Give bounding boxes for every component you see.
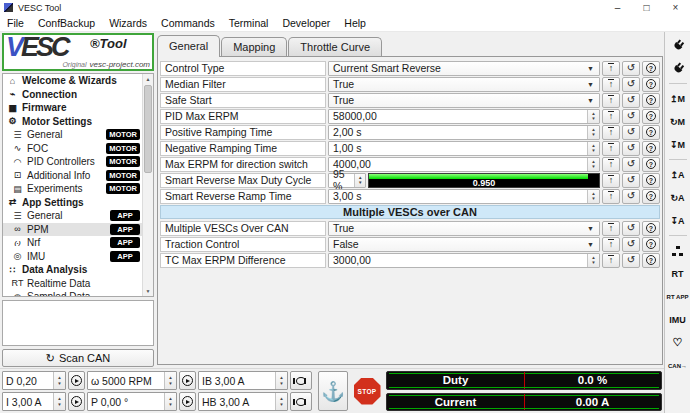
sidebar-item-ppm[interactable]: ∞PPMAPP: [3, 223, 153, 237]
restore-default-button[interactable]: ↺: [622, 221, 640, 236]
sidebar-item-experiments[interactable]: ▤ExperimentsMOTOR: [3, 182, 153, 196]
help-button[interactable]: ?: [642, 221, 660, 236]
write-value-button[interactable]: ↑: [602, 125, 620, 140]
sidebar-item-foc[interactable]: ∿FOCMOTOR: [3, 142, 153, 156]
spin-arrows[interactable]: ▲▼: [587, 190, 599, 203]
spin-down-icon[interactable]: ▼: [591, 148, 595, 154]
menu-file[interactable]: File: [0, 15, 31, 32]
help-button[interactable]: ?: [642, 157, 660, 172]
restore-default-button[interactable]: ↺: [622, 109, 640, 124]
tab-general[interactable]: General: [157, 35, 220, 57]
restore-default-button[interactable]: ↺: [622, 253, 640, 268]
sidebar-item-connection[interactable]: ⌁Connection: [3, 88, 153, 102]
help-button[interactable]: ?: [642, 61, 660, 76]
speed-spinbox[interactable]: ω 5000 RPM▲▼: [87, 371, 177, 390]
spin-down-icon[interactable]: ▼: [279, 381, 283, 387]
sidebar-item-sampled-data[interactable]: ◉Sampled Data: [3, 290, 153, 297]
sidebar-item-imu[interactable]: ◎IMUAPP: [3, 250, 153, 264]
write-value-button[interactable]: ↑: [602, 157, 620, 172]
help-button[interactable]: ?: [642, 189, 660, 204]
spin-down-icon[interactable]: ▼: [591, 132, 595, 138]
menu-help[interactable]: Help: [337, 15, 373, 32]
can-device-list[interactable]: [2, 300, 154, 346]
scroll-down-icon[interactable]: ▼: [143, 286, 153, 296]
help-button[interactable]: ?: [642, 141, 660, 156]
spin-arrows[interactable]: ▲▼: [275, 372, 287, 389]
sidebar-item-welcome-wizards[interactable]: ⌂Welcome & Wizards: [3, 74, 153, 88]
write-app-config-button[interactable]: ↥A: [667, 164, 689, 185]
app-realtime-data-button[interactable]: RT APP: [667, 286, 689, 307]
write-value-button[interactable]: ↑: [602, 221, 620, 236]
spin-arrows[interactable]: ▲▼: [587, 126, 599, 139]
sidebar-item-additional-info[interactable]: ⊡Additional InfoMOTOR: [3, 169, 153, 183]
median-filter-combobox[interactable]: True▼: [328, 77, 600, 92]
read-app-config-button[interactable]: ↧A: [667, 210, 689, 231]
sidebar-item-app-settings[interactable]: ⇄App Settings: [3, 196, 153, 210]
spin-arrows[interactable]: ▲▼: [587, 254, 599, 267]
negative-ramping-time-spinbox[interactable]: 1,00 s▲▼: [328, 141, 600, 156]
spin-arrows[interactable]: ▲▼: [164, 372, 176, 389]
restore-default-button[interactable]: ↺: [622, 125, 640, 140]
tab-throttle-curve[interactable]: Throttle Curve: [288, 37, 382, 57]
tab-mapping[interactable]: Mapping: [221, 37, 287, 57]
scrollbar-thumb[interactable]: [144, 85, 152, 173]
smart-reverse-ramp-time-spinbox[interactable]: 3,00 s▲▼: [328, 189, 600, 204]
spin-down-icon[interactable]: ▼: [279, 402, 283, 408]
can-devices-button[interactable]: [667, 240, 689, 261]
restore-default-button[interactable]: ↺: [622, 237, 640, 252]
write-value-button[interactable]: ↑: [602, 189, 620, 204]
spin-down-icon[interactable]: ▼: [168, 402, 172, 408]
max-erpm-for-direction-switch-spinbox[interactable]: 4000,00▲▼: [328, 157, 600, 172]
help-button[interactable]: ?: [642, 237, 660, 252]
sidebar-scrollbar[interactable]: ▲ ▼: [142, 74, 153, 296]
minimize-button[interactable]: –: [603, 0, 632, 15]
restore-default-button[interactable]: ↺: [622, 61, 640, 76]
read-motor-config-button[interactable]: ↧M: [667, 134, 689, 155]
pid-max-erpm-spinbox[interactable]: 58000,00▲▼: [328, 109, 600, 124]
sidebar-item-firmware[interactable]: ▦Firmware: [3, 101, 153, 115]
sidebar-item-nrf[interactable]: (·)NrfAPP: [3, 236, 153, 250]
spin-down-icon[interactable]: ▼: [168, 381, 172, 387]
spin-arrows[interactable]: ▲▼: [275, 393, 287, 410]
current-spinbox[interactable]: I 3,00 A▲▼: [2, 392, 66, 411]
write-value-button[interactable]: ↑: [602, 253, 620, 268]
menu-wizards[interactable]: Wizards: [102, 15, 154, 32]
traction-control-combobox[interactable]: False▼: [328, 237, 600, 252]
restore-default-button[interactable]: ↺: [622, 77, 640, 92]
write-value-button[interactable]: ↑: [602, 109, 620, 124]
read-default-app-config-button[interactable]: ↻A: [667, 187, 689, 208]
help-button[interactable]: ?: [642, 173, 660, 188]
spin-down-icon[interactable]: ▼: [591, 116, 595, 122]
maximize-button[interactable]: □: [632, 0, 661, 15]
connect-button[interactable]: [667, 35, 689, 56]
restore-default-button[interactable]: ↺: [622, 189, 640, 204]
multiple-vescs-over-can-combobox[interactable]: True▼: [328, 221, 600, 236]
spin-arrows[interactable]: ▲▼: [53, 393, 65, 410]
heart-button[interactable]: ♡: [667, 332, 689, 353]
positive-ramping-time-spinbox[interactable]: 2,00 s▲▼: [328, 125, 600, 140]
restore-default-button[interactable]: ↺: [622, 157, 640, 172]
scroll-up-icon[interactable]: ▲: [143, 74, 153, 84]
stop-button[interactable]: STOP: [352, 371, 382, 411]
sidebar-item-general[interactable]: ☰GeneralMOTOR: [3, 128, 153, 142]
keep-position-button[interactable]: ⚓: [318, 371, 348, 411]
spin-arrows[interactable]: ▲▼: [164, 393, 176, 410]
can-forward-button[interactable]: CAN→: [667, 355, 689, 376]
help-button[interactable]: ?: [642, 77, 660, 92]
spin-arrows[interactable]: ▲▼: [354, 174, 365, 187]
brake-current-coil-button[interactable]: [290, 371, 312, 390]
speed-apply-button[interactable]: [179, 371, 196, 390]
sidebar-item-pid-controllers[interactable]: ◠PID ControllersMOTOR: [3, 155, 153, 169]
brake-current-spinbox[interactable]: IB 3,00 A▲▼: [198, 371, 288, 390]
disconnect-button[interactable]: [667, 58, 689, 79]
handbrake-current-spinbox[interactable]: HB 3,00 A▲▼: [198, 392, 288, 411]
spin-arrows[interactable]: ▲▼: [53, 372, 65, 389]
spin-down-icon[interactable]: ▼: [57, 402, 61, 408]
imu-data-button[interactable]: IMU: [667, 309, 689, 330]
menu-terminal[interactable]: Terminal: [222, 15, 276, 32]
help-button[interactable]: ?: [642, 93, 660, 108]
spin-down-icon[interactable]: ▼: [57, 381, 61, 387]
help-button[interactable]: ?: [642, 125, 660, 140]
menu-confbackup[interactable]: ConfBackup: [31, 15, 102, 32]
menu-developer[interactable]: Developer: [275, 15, 337, 32]
